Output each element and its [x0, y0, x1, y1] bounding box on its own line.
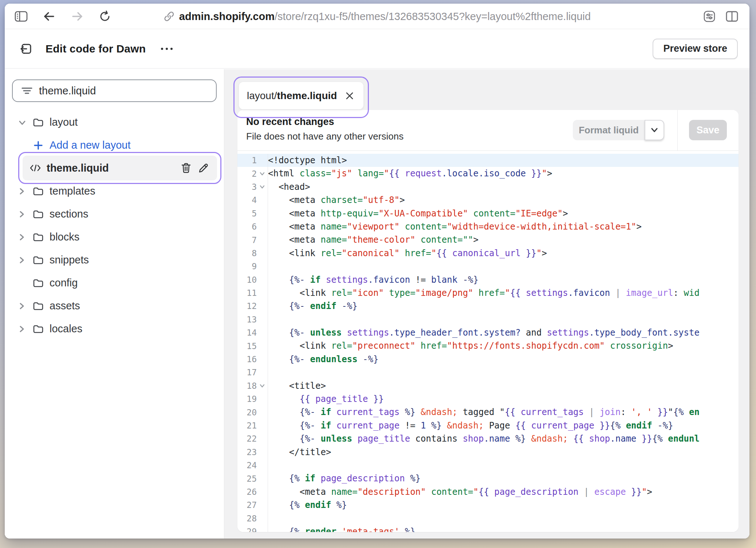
line-number-gutter[interactable]: 19: [237, 392, 268, 406]
file-theme-liquid[interactable]: theme.liquid: [23, 156, 217, 180]
sidebar-toggle-icon[interactable]: [15, 11, 28, 22]
code-line-content[interactable]: [268, 313, 739, 326]
code-line-content[interactable]: <!doctype html>: [268, 154, 739, 167]
code-line-8[interactable]: 8 <link rel="canonical" href="{{ canonic…: [237, 247, 739, 260]
line-number-gutter[interactable]: 6: [237, 220, 268, 233]
code-line-content[interactable]: <link rel="icon" type="image/png" href="…: [268, 286, 739, 300]
code-line-content[interactable]: {{ page_title }}: [268, 392, 739, 406]
line-number-gutter[interactable]: 2: [237, 167, 268, 180]
code-line-29[interactable]: 29 {% render 'meta-tags' %}: [237, 525, 739, 532]
line-number-gutter[interactable]: 22: [237, 432, 268, 445]
address-bar[interactable]: admin.shopify.com/store/rzq1xu-f5/themes…: [164, 4, 591, 29]
chevron-right-icon[interactable]: [17, 324, 29, 334]
code-line-3[interactable]: 3 <head>: [237, 180, 739, 193]
format-dropdown-button[interactable]: [645, 120, 664, 140]
code-line-19[interactable]: 19 {{ page_title }}: [237, 392, 739, 406]
sidebar-item-locales[interactable]: locales: [5, 317, 224, 340]
code-line-content[interactable]: {%- if settings.favicon != blank -%}: [268, 273, 739, 286]
line-number-gutter[interactable]: 15: [237, 339, 268, 352]
add-layout-button[interactable]: Add a new layout: [5, 134, 224, 157]
code-line-23[interactable]: 23 </title>: [237, 446, 739, 459]
line-number-gutter[interactable]: 3: [237, 180, 268, 193]
more-actions-button[interactable]: [158, 44, 176, 54]
code-line-content[interactable]: {% render 'meta-tags' %}: [268, 525, 739, 532]
line-number-gutter[interactable]: 27: [237, 498, 268, 512]
code-line-content[interactable]: [268, 459, 739, 472]
code-line-content[interactable]: {%- unless page_title contains shop.name…: [268, 432, 739, 445]
chevron-right-icon[interactable]: [17, 301, 29, 311]
code-line-content[interactable]: <meta name="viewport" content="width=dev…: [268, 220, 739, 233]
line-number-gutter[interactable]: 18: [237, 379, 268, 392]
line-number-gutter[interactable]: 13: [237, 313, 268, 326]
forward-icon[interactable]: [71, 11, 84, 22]
code-line-4[interactable]: 4 <meta charset="utf-8">: [237, 193, 739, 207]
sidebar-item-layout[interactable]: layout: [5, 111, 224, 134]
code-line-content[interactable]: {% endif %}: [268, 498, 739, 512]
line-number-gutter[interactable]: 14: [237, 326, 268, 339]
code-line-17[interactable]: 17: [237, 366, 739, 379]
sidebar-item-assets[interactable]: assets: [5, 294, 224, 317]
code-line-content[interactable]: {%- if current_page != 1 %} &ndash; Page…: [268, 419, 739, 432]
sidebar-item-theme-liquid[interactable]: theme.liquid: [5, 157, 224, 180]
line-number-gutter[interactable]: 26: [237, 485, 268, 498]
code-line-26[interactable]: 26 <meta name="description" content="{{ …: [237, 485, 739, 498]
code-line-content[interactable]: <title>: [268, 379, 739, 392]
reload-icon[interactable]: [99, 10, 111, 23]
rename-file-icon[interactable]: [197, 162, 210, 174]
code-line-21[interactable]: 21 {%- if current_page != 1 %} &ndash; P…: [237, 419, 739, 432]
code-line-content[interactable]: {%- endunless -%}: [268, 353, 739, 366]
line-number-gutter[interactable]: 20: [237, 406, 268, 419]
split-view-icon[interactable]: [725, 11, 739, 22]
code-line-1[interactable]: 1<!doctype html>: [237, 154, 739, 167]
code-line-12[interactable]: 12 {%- endif -%}: [237, 300, 739, 313]
code-line-20[interactable]: 20 {%- if current_tags %} &ndash; tagged…: [237, 406, 739, 419]
code-line-content[interactable]: [268, 260, 739, 273]
exit-icon[interactable]: [19, 42, 33, 56]
code-line-7[interactable]: 7 <meta name="theme-color" content="">: [237, 233, 739, 246]
line-number-gutter[interactable]: 8: [237, 247, 268, 260]
delete-file-icon[interactable]: [180, 162, 192, 174]
code-line-content[interactable]: <link rel="preconnect" href="https://fon…: [268, 339, 739, 352]
fold-toggle-icon[interactable]: [257, 384, 268, 388]
code-line-content[interactable]: <meta http-equiv="X-UA-Compatible" conte…: [268, 207, 739, 220]
chevron-down-icon[interactable]: [17, 118, 29, 127]
line-number-gutter[interactable]: 7: [237, 233, 268, 246]
format-liquid-button[interactable]: Format liquid: [573, 120, 645, 140]
save-button[interactable]: Save: [689, 120, 727, 140]
code-line-content[interactable]: <html class="js" lang="{{ request.locale…: [268, 167, 739, 180]
code-line-11[interactable]: 11 <link rel="icon" type="image/png" hre…: [237, 286, 739, 300]
code-line-content[interactable]: [268, 512, 739, 525]
preview-store-button[interactable]: Preview store: [653, 39, 738, 59]
code-line-content[interactable]: <meta charset="utf-8">: [268, 193, 739, 207]
code-line-27[interactable]: 27 {% endif %}: [237, 498, 739, 512]
code-line-22[interactable]: 22 {%- unless page_title contains shop.n…: [237, 432, 739, 445]
line-number-gutter[interactable]: 12: [237, 300, 268, 313]
code-line-10[interactable]: 10 {%- if settings.favicon != blank -%}: [237, 273, 739, 286]
line-number-gutter[interactable]: 17: [237, 366, 268, 379]
code-line-24[interactable]: 24: [237, 459, 739, 472]
line-number-gutter[interactable]: 29: [237, 525, 268, 532]
close-tab-icon[interactable]: [343, 89, 356, 102]
code-line-15[interactable]: 15 <link rel="preconnect" href="https://…: [237, 339, 739, 352]
chevron-right-icon[interactable]: [17, 232, 29, 242]
line-number-gutter[interactable]: 9: [237, 260, 268, 273]
code-line-25[interactable]: 25 {% if page_description %}: [237, 472, 739, 485]
code-line-16[interactable]: 16 {%- endunless -%}: [237, 353, 739, 366]
line-number-gutter[interactable]: 5: [237, 207, 268, 220]
line-number-gutter[interactable]: 16: [237, 353, 268, 366]
line-number-gutter[interactable]: 24: [237, 459, 268, 472]
code-line-13[interactable]: 13: [237, 313, 739, 326]
line-number-gutter[interactable]: 11: [237, 286, 268, 300]
chevron-right-icon[interactable]: [17, 255, 29, 265]
code-line-content[interactable]: [268, 366, 739, 379]
fold-toggle-icon[interactable]: [257, 185, 268, 189]
code-line-5[interactable]: 5 <meta http-equiv="X-UA-Compatible" con…: [237, 207, 739, 220]
line-number-gutter[interactable]: 28: [237, 512, 268, 525]
line-number-gutter[interactable]: 25: [237, 472, 268, 485]
fold-toggle-icon[interactable]: [257, 172, 268, 176]
page-settings-icon[interactable]: [703, 10, 716, 23]
sidebar-item-sections[interactable]: sections: [5, 203, 224, 226]
code-line-2[interactable]: 2<html class="js" lang="{{ request.local…: [237, 167, 739, 180]
code-line-14[interactable]: 14 {%- unless settings.type_header_font.…: [237, 326, 739, 339]
code-line-content[interactable]: {% if page_description %}: [268, 472, 739, 485]
